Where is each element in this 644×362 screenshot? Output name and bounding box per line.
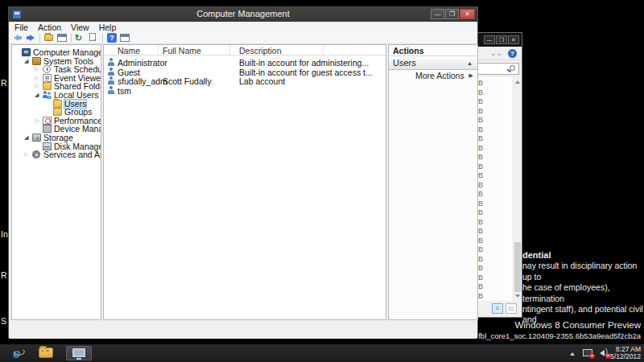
- toolbar-separator: [39, 34, 40, 43]
- actions-group-users[interactable]: Users ▲: [389, 56, 477, 70]
- list-item[interactable]: B: [478, 116, 483, 124]
- list-item[interactable]: B: [478, 255, 483, 263]
- export-list-icon[interactable]: [88, 33, 99, 43]
- list-item[interactable]: B: [478, 107, 483, 115]
- computer-management-icon: [72, 348, 85, 357]
- volume-icon[interactable]: ×: [599, 348, 609, 357]
- list-view-icon[interactable]: ≡: [492, 303, 503, 314]
- list-item[interactable]: B: [478, 134, 483, 142]
- back-icon[interactable]: [12, 33, 23, 43]
- user-row-administrator[interactable]: AdministratorBuilt-in account for admini…: [104, 58, 386, 68]
- network-icon[interactable]: ×: [583, 348, 592, 357]
- desktop-edge-fragment: S: [1, 316, 6, 326]
- details-view-icon[interactable]: ▭: [506, 303, 517, 314]
- collapse-icon[interactable]: ◢: [24, 134, 28, 141]
- user-row-tsm[interactable]: tsm: [104, 86, 386, 96]
- list-item[interactable]: B: [478, 190, 483, 198]
- user-description: Lab account: [239, 76, 380, 86]
- user-row-sfudally_adm[interactable]: sfudally_admScott FudallyLab account: [104, 76, 386, 86]
- refresh-icon[interactable]: ↻: [75, 33, 86, 43]
- desktop-notice-line: he case of employees), termination: [522, 282, 643, 304]
- list-item[interactable]: B: [478, 292, 483, 300]
- expand-icon[interactable]: ▷: [24, 151, 28, 158]
- expand-icon[interactable]: ▷: [35, 75, 39, 81]
- user-description: Built-in account for administering...: [239, 58, 380, 68]
- list-item[interactable]: B: [478, 79, 483, 87]
- menu-view[interactable]: View: [66, 23, 94, 32]
- show-action-pane-icon[interactable]: [119, 33, 130, 43]
- desktop-notice: dential nay result in disciplinary actio…: [522, 250, 643, 326]
- list-header[interactable]: NameFull NameDescription: [104, 45, 386, 56]
- column-header-full-name[interactable]: Full Name: [163, 46, 201, 56]
- list-item[interactable]: B: [478, 88, 483, 97]
- user-icon: [107, 68, 116, 76]
- disk-management-icon: [43, 142, 52, 150]
- collapse-icon[interactable]: ▲: [467, 60, 473, 66]
- expand-icon[interactable]: ▷: [35, 83, 39, 89]
- column-separator[interactable]: [158, 45, 159, 56]
- menu-help[interactable]: Help: [94, 23, 122, 32]
- list-item[interactable]: B: [478, 264, 483, 272]
- console-window-icon[interactable]: [56, 33, 68, 43]
- toolbar-separator: [71, 34, 72, 43]
- search-icon[interactable]: [510, 65, 515, 71]
- list-item[interactable]: B: [478, 144, 483, 152]
- expand-icon[interactable]: ▷: [35, 117, 39, 124]
- list-item[interactable]: B: [478, 181, 483, 189]
- scroll-up-icon[interactable]: [515, 80, 520, 84]
- bg-maximize-button[interactable]: ❐: [496, 35, 507, 44]
- chevron-down-icon[interactable]: ⌄⌄: [490, 49, 502, 57]
- desktop-edge-fragment: In: [1, 229, 8, 239]
- scrollbar[interactable]: [513, 77, 521, 301]
- bg-minimize-button[interactable]: —: [484, 35, 495, 44]
- column-separator[interactable]: [323, 45, 324, 56]
- user-list-pane: NameFull NameDescription AdministratorBu…: [103, 44, 386, 320]
- list-item[interactable]: B: [478, 208, 483, 216]
- titlebar[interactable]: Computer Management —❐✕: [9, 7, 477, 22]
- actions-header: Actions: [389, 45, 477, 56]
- collapse-icon[interactable]: ◢: [24, 58, 28, 64]
- tray-clock[interactable]: 8:27 AM 5/12/2012: [610, 346, 641, 360]
- list-item[interactable]: B: [478, 227, 483, 235]
- list-item[interactable]: B: [478, 125, 483, 134]
- list-item[interactable]: B: [478, 171, 483, 179]
- taskbar-item-internet-explorer[interactable]: e: [13, 346, 32, 360]
- desktop-notice-line: ntingent staff), and potential civil and: [522, 304, 643, 326]
- column-separator[interactable]: [229, 45, 230, 56]
- help-icon[interactable]: ?: [106, 33, 118, 43]
- list-item[interactable]: B: [478, 237, 483, 245]
- collapse-icon[interactable]: ◢: [35, 92, 39, 98]
- expand-icon[interactable]: ▷: [35, 66, 39, 72]
- task-scheduler-icon: [43, 65, 51, 73]
- minimize-button[interactable]: —: [431, 9, 444, 19]
- list-item[interactable]: B: [478, 162, 483, 171]
- system-tray: × × 8:27 AM 5/12/2012: [499, 344, 644, 362]
- scroll-down-icon[interactable]: [515, 294, 520, 298]
- taskbar-item-computer-management[interactable]: [66, 346, 92, 360]
- more-actions-item[interactable]: More Actions ▶: [389, 70, 477, 81]
- user-row-guest[interactable]: GuestBuilt-in account for guest access t…: [104, 68, 386, 77]
- list-item[interactable]: B: [478, 274, 483, 282]
- column-header-description[interactable]: Description: [239, 46, 282, 56]
- tray-overflow-icon[interactable]: [570, 352, 575, 356]
- bg-close-button[interactable]: ✕: [508, 35, 519, 44]
- list-item[interactable]: B: [478, 245, 483, 253]
- scrollbar-thumb[interactable]: [514, 242, 521, 292]
- menu-action[interactable]: Action: [33, 23, 66, 32]
- column-header-name[interactable]: Name: [118, 46, 140, 56]
- menu-file[interactable]: File: [10, 23, 33, 32]
- help-icon[interactable]: ?: [508, 49, 517, 58]
- list-item[interactable]: B: [478, 153, 483, 161]
- tree-item-services-and-applications[interactable]: ▷Services and Applications: [12, 150, 101, 159]
- list-item[interactable]: B: [478, 200, 483, 208]
- list-item[interactable]: B: [478, 218, 483, 226]
- maximize-button[interactable]: ❐: [445, 9, 459, 19]
- list-item[interactable]: B: [478, 282, 483, 290]
- list-item[interactable]: B: [478, 97, 483, 105]
- close-button[interactable]: ✕: [460, 9, 475, 19]
- toolbar: ↻?: [10, 32, 477, 44]
- forward-icon[interactable]: [25, 33, 36, 43]
- show-console-tree-icon[interactable]: [43, 33, 55, 43]
- taskbar-item-file-explorer[interactable]: [39, 346, 61, 360]
- user-name: Administrator: [118, 58, 182, 68]
